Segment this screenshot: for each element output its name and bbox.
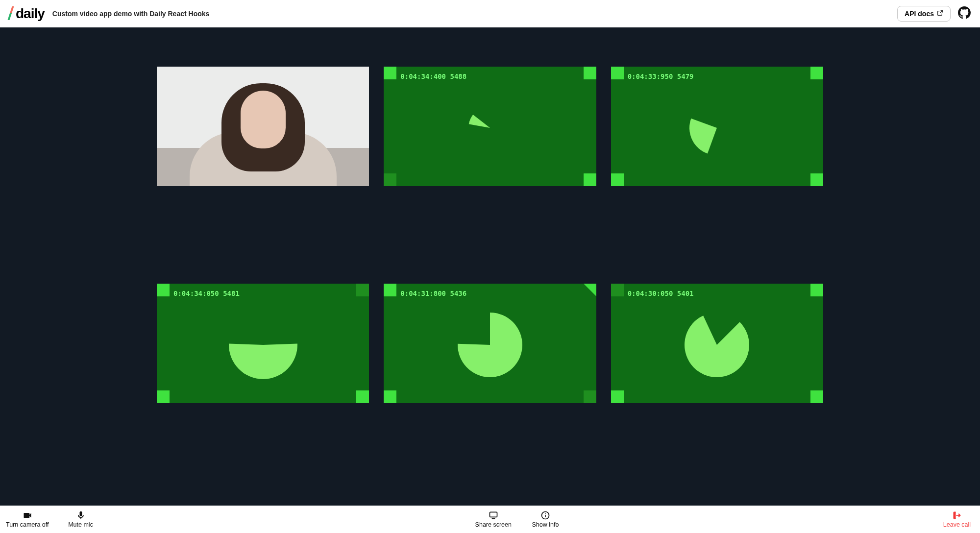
- page-title: Custom video app demo with Daily React H…: [52, 10, 210, 18]
- show-info-label: Show info: [532, 521, 559, 528]
- leave-icon: [952, 510, 962, 520]
- tile-corner-br-icon: [584, 390, 596, 403]
- tile-corner-bl-icon: [611, 173, 624, 186]
- logo: daily: [9, 6, 45, 22]
- video-tile-remote[interactable]: 0:04:34:400 5488: [384, 67, 596, 186]
- toggle-mic-button[interactable]: Mute mic: [64, 510, 98, 528]
- github-link[interactable]: [957, 7, 971, 21]
- mic-icon: [76, 510, 86, 520]
- tile-corner-br-icon: [584, 173, 596, 186]
- app-header: daily Custom video app demo with Daily R…: [0, 0, 980, 27]
- tile-timestamp: 0:04:34:400 5488: [400, 73, 466, 80]
- tile-corner-bl-icon: [611, 390, 624, 403]
- toggle-camera-label: Turn camera off: [6, 521, 49, 528]
- tile-pie-icon: [685, 313, 749, 379]
- api-docs-button[interactable]: API docs: [897, 6, 951, 22]
- camera-preview: [157, 67, 369, 186]
- api-docs-label: API docs: [905, 10, 934, 18]
- tile-pie-icon: [458, 313, 522, 379]
- tile-corner-bl-icon: [157, 390, 170, 403]
- svg-rect-0: [490, 512, 497, 517]
- info-icon: [540, 510, 550, 520]
- tile-corner-br-icon: [356, 390, 369, 403]
- tile-corner-tr-icon: [584, 284, 596, 296]
- tile-pie-icon: [468, 106, 512, 151]
- external-link-icon: [937, 10, 943, 18]
- leave-call-button[interactable]: Leave call: [940, 510, 974, 528]
- tile-corner-tr-icon: [810, 67, 823, 79]
- video-grid: 0:04:34:400 54880:04:33:950 54790:04:34:…: [157, 67, 823, 486]
- tile-timestamp: 0:04:33:950 5479: [628, 73, 694, 80]
- tile-corner-tr-icon: [810, 284, 823, 296]
- tile-corner-tr-icon: [584, 67, 596, 79]
- show-info-button[interactable]: Show info: [528, 510, 563, 528]
- video-tile-remote[interactable]: 0:04:31:800 5436: [384, 284, 596, 403]
- tile-corner-br-icon: [810, 390, 823, 403]
- tile-timestamp: 0:04:30:050 5401: [628, 290, 694, 297]
- tile-pie-icon: [689, 100, 744, 157]
- tile-corner-tl-icon: [611, 67, 624, 79]
- control-tray: Turn camera off Mute mic Share screen Sh…: [0, 506, 980, 533]
- camera-icon: [23, 510, 32, 520]
- logo-text: daily: [16, 6, 45, 22]
- tile-pie-icon: [229, 311, 297, 381]
- tile-corner-tl-icon: [384, 67, 396, 79]
- leave-call-label: Leave call: [943, 521, 971, 528]
- share-screen-label: Share screen: [475, 521, 512, 528]
- video-stage: 0:04:34:400 54880:04:33:950 54790:04:34:…: [0, 27, 980, 506]
- toggle-mic-label: Mute mic: [68, 521, 93, 528]
- video-tile-self[interactable]: [157, 67, 369, 186]
- tile-corner-bl-icon: [384, 173, 396, 186]
- tile-corner-tl-icon: [384, 284, 396, 296]
- tile-corner-tl-icon: [611, 284, 624, 296]
- tile-corner-tr-icon: [356, 284, 369, 296]
- svg-point-3: [545, 513, 546, 514]
- logo-slash-icon: [9, 7, 15, 20]
- tile-corner-bl-icon: [384, 390, 396, 403]
- tile-timestamp: 0:04:34:050 5481: [173, 290, 240, 297]
- share-screen-button[interactable]: Share screen: [475, 510, 512, 528]
- screen-share-icon: [489, 510, 498, 520]
- video-tile-remote[interactable]: 0:04:34:050 5481: [157, 284, 369, 403]
- github-icon: [958, 6, 971, 21]
- video-tile-remote[interactable]: 0:04:33:950 5479: [611, 67, 823, 186]
- toggle-camera-button[interactable]: Turn camera off: [6, 510, 49, 528]
- tile-timestamp: 0:04:31:800 5436: [400, 290, 466, 297]
- video-tile-remote[interactable]: 0:04:30:050 5401: [611, 284, 823, 403]
- tile-corner-tl-icon: [157, 284, 170, 296]
- tile-corner-br-icon: [810, 173, 823, 186]
